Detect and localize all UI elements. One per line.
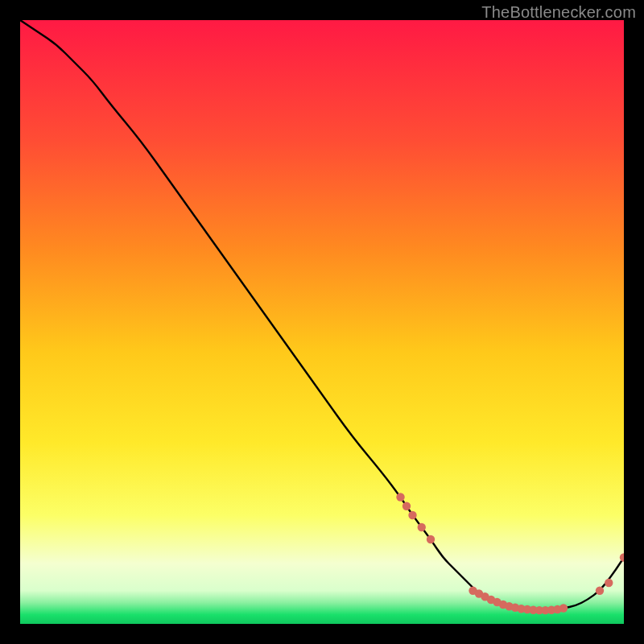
marker-dot: [402, 502, 411, 510]
plot-area: [20, 20, 624, 624]
marker-dot: [427, 535, 435, 543]
marker-dot: [408, 511, 416, 519]
highlight-markers: [396, 493, 624, 614]
attribution-label: TheBottlenecker.com: [481, 3, 636, 22]
bottleneck-curve: [20, 20, 624, 610]
marker-dot: [596, 587, 604, 595]
marker-dot: [605, 579, 613, 587]
marker-dot: [559, 604, 568, 612]
marker-dot: [620, 553, 624, 561]
marker-dot: [396, 493, 404, 501]
chart-frame: TheBottlenecker.com: [0, 0, 644, 644]
curve-layer: [20, 20, 624, 624]
marker-dot: [418, 523, 426, 531]
